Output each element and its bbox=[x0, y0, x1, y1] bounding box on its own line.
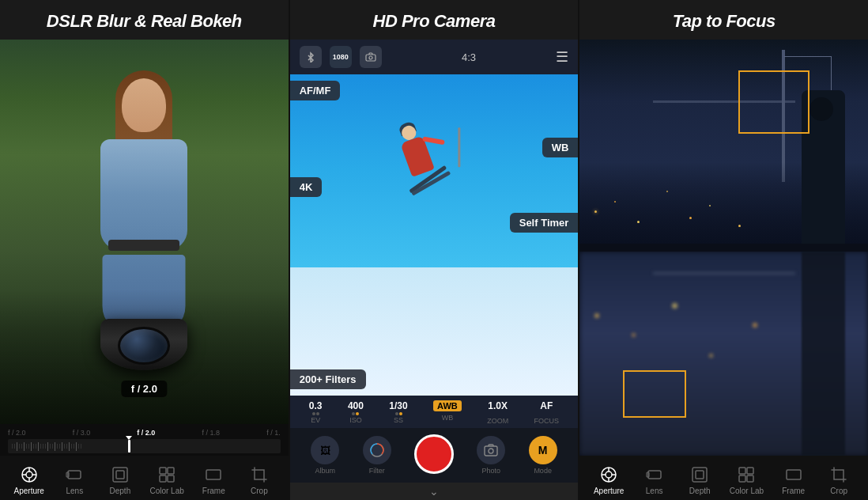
tick bbox=[33, 444, 34, 449]
light-1 bbox=[594, 210, 597, 213]
tick bbox=[50, 444, 51, 449]
slider-track[interactable] bbox=[8, 439, 281, 453]
filter-action[interactable]: Filter bbox=[363, 436, 391, 475]
label-self-timer[interactable]: Self Timer bbox=[510, 213, 579, 233]
iso-setting[interactable]: 400 ISO bbox=[348, 400, 364, 425]
label-wb[interactable]: WB bbox=[542, 138, 579, 157]
chevron-down[interactable]: ⌄ bbox=[290, 483, 579, 500]
label-4k[interactable]: 4K bbox=[290, 177, 323, 197]
light-5 bbox=[689, 217, 692, 219]
zoom-setting[interactable]: 1.0X ZOOM bbox=[487, 400, 508, 425]
toolbar-item-lens[interactable]: Lens bbox=[58, 465, 90, 495]
tick-major bbox=[24, 442, 25, 451]
ss-label: SS bbox=[394, 416, 403, 424]
aperture-labels-row: f / 2.0 f / 3.0 f / 2.0 f / 1.8 f / 1. bbox=[8, 429, 281, 437]
svg-rect-6 bbox=[68, 471, 81, 479]
shutter-button[interactable] bbox=[414, 434, 454, 474]
frame-icon-3 bbox=[784, 465, 803, 484]
tick bbox=[59, 444, 60, 449]
panel3-image[interactable] bbox=[579, 40, 868, 456]
toolbar-item-colorlab-3[interactable]: Color Lab bbox=[730, 465, 764, 495]
focus-setting[interactable]: AF FOCUS bbox=[534, 400, 560, 425]
svg-rect-31 bbox=[747, 468, 753, 474]
ev-label: EV bbox=[311, 416, 320, 424]
photo-action[interactable]: Photo bbox=[477, 436, 505, 475]
ss-setting[interactable]: 1/30 SS bbox=[389, 400, 407, 425]
frame-icon bbox=[204, 465, 223, 484]
toolbar-item-aperture-3[interactable]: Aperture bbox=[593, 465, 625, 495]
corner-tr bbox=[800, 70, 810, 80]
toolbar-item-crop-3[interactable]: Crop bbox=[823, 465, 855, 495]
album-action[interactable]: 🖼 Album bbox=[311, 436, 339, 475]
iso-dot-2 bbox=[356, 412, 359, 415]
toolbar-item-lens-3[interactable]: Lens bbox=[639, 465, 670, 495]
corner-tr-2 bbox=[678, 370, 686, 378]
focus-value: AF bbox=[540, 400, 553, 411]
svg-rect-32 bbox=[739, 475, 745, 482]
sky-background bbox=[290, 74, 579, 267]
toolbar-label-crop: Crop bbox=[251, 487, 268, 495]
toolbar-label-lens-3: Lens bbox=[646, 487, 663, 495]
label-filters[interactable]: 200+ Filters bbox=[290, 369, 366, 389]
toolbar-item-frame[interactable]: Frame bbox=[198, 465, 229, 495]
toolbar-item-depth[interactable]: Depth bbox=[104, 465, 136, 495]
wb-setting[interactable]: AWB WB bbox=[433, 400, 462, 425]
aperture-val-4: f / 1. bbox=[266, 429, 281, 437]
toolbar-label-depth: Depth bbox=[110, 487, 131, 495]
photo-icon[interactable] bbox=[477, 436, 505, 464]
slider-arrow bbox=[126, 436, 132, 440]
filter-icon[interactable] bbox=[363, 436, 391, 464]
svg-rect-14 bbox=[206, 470, 221, 479]
tick-major bbox=[62, 442, 62, 451]
album-icon[interactable]: 🖼 bbox=[311, 436, 339, 464]
ev-dots bbox=[312, 412, 319, 415]
svg-rect-9 bbox=[116, 471, 124, 479]
toolbar-item-colorlab[interactable]: Color Lab bbox=[149, 465, 183, 495]
svg-rect-28 bbox=[693, 468, 707, 482]
aspect-ratio[interactable]: 4:3 bbox=[462, 51, 476, 63]
bluetooth-icon[interactable] bbox=[300, 46, 322, 68]
tick bbox=[45, 444, 46, 449]
panel1-toolbar-icons: Aperture Lens bbox=[0, 462, 289, 495]
label-afmf[interactable]: AF/MF bbox=[290, 81, 341, 100]
camera-ui: 1080 4:3 ☰ bbox=[290, 40, 579, 500]
tick bbox=[52, 444, 53, 449]
woman-face bbox=[122, 78, 166, 132]
aperture-slider-section[interactable]: f / 2.0 f / 3.0 f / 2.0 f / 1.8 f / 1. bbox=[0, 424, 289, 456]
tick bbox=[81, 444, 81, 449]
ss-dot-2 bbox=[399, 412, 402, 415]
toolbar-item-crop[interactable]: Crop bbox=[243, 465, 275, 495]
toolbar-item-depth-3[interactable]: Depth bbox=[684, 465, 715, 495]
ev-value: 0.3 bbox=[309, 400, 323, 411]
mode-action[interactable]: M Mode bbox=[529, 436, 557, 475]
tick-major bbox=[55, 442, 55, 451]
camera-actions: 🖼 Album Filter bbox=[290, 428, 579, 483]
woman-belt bbox=[108, 240, 179, 251]
shutter-action[interactable] bbox=[414, 434, 454, 476]
panel2-content: 1080 4:3 ☰ bbox=[290, 40, 579, 500]
svg-rect-30 bbox=[739, 468, 745, 474]
tick bbox=[57, 444, 58, 449]
panel-dslr-blur: DSLR Blur & Real Bokeh bbox=[0, 0, 290, 500]
focus-label: FOCUS bbox=[534, 417, 560, 425]
ev-setting[interactable]: 0.3 EV bbox=[309, 400, 323, 425]
panel3-toolbar-icons: Aperture Lens bbox=[579, 462, 868, 495]
camera-mode-icon[interactable] bbox=[360, 46, 382, 68]
toolbar-label-colorlab: Color Lab bbox=[149, 487, 183, 495]
menu-icon[interactable]: ☰ bbox=[556, 48, 568, 66]
mode-label: Mode bbox=[534, 467, 552, 475]
svg-rect-34 bbox=[787, 470, 801, 479]
panel3-header: Tap to Focus bbox=[579, 0, 868, 40]
depth-icon bbox=[111, 465, 130, 484]
tick bbox=[26, 444, 27, 449]
toolbar-item-aperture[interactable]: Aperture bbox=[13, 465, 45, 495]
toolbar-item-frame-3[interactable]: Frame bbox=[778, 465, 810, 495]
corner-bl bbox=[738, 124, 748, 134]
tick bbox=[74, 444, 74, 449]
panel1-content: f / 2.0 bbox=[0, 40, 289, 424]
toolbar-label-frame-3: Frame bbox=[782, 487, 805, 495]
album-label: Album bbox=[315, 467, 336, 475]
camera-viewfinder[interactable]: AF/MF WB 4K Self Timer 200+ Filters bbox=[290, 74, 579, 396]
panel1-image: f / 2.0 bbox=[0, 40, 289, 424]
mode-icon[interactable]: M bbox=[529, 436, 557, 464]
